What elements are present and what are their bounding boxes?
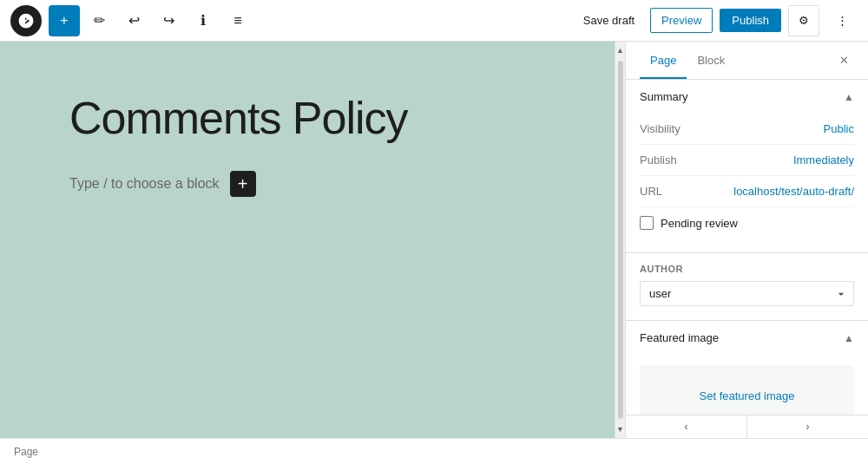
url-value[interactable]: localhost/test/auto-draft/ bbox=[733, 185, 854, 198]
wp-logo[interactable] bbox=[10, 5, 42, 36]
add-block-button[interactable]: + bbox=[49, 5, 80, 36]
save-draft-button[interactable]: Save draft bbox=[575, 9, 643, 32]
more-icon: ⋮ bbox=[837, 14, 848, 27]
preview-button[interactable]: Preview bbox=[650, 8, 713, 33]
canvas-scroll-down-button[interactable]: ▼ bbox=[615, 421, 626, 438]
author-select[interactable]: user bbox=[640, 281, 854, 306]
settings-button[interactable]: ⚙ bbox=[788, 5, 819, 36]
toolbar-right: Save draft Preview Publish ⚙ ⋮ bbox=[575, 5, 858, 36]
more-button[interactable]: ⋮ bbox=[826, 5, 858, 36]
post-title: Comments Policy bbox=[69, 94, 545, 143]
url-row: URL localhost/test/auto-draft/ bbox=[640, 176, 854, 207]
canvas-scrollbar: ▲ ▼ bbox=[615, 42, 625, 438]
plus-icon: + bbox=[60, 13, 68, 29]
editor-canvas[interactable]: Comments Policy Type / to choose a block… bbox=[0, 42, 615, 438]
undo-icon: ↩ bbox=[128, 12, 140, 29]
tab-block[interactable]: Block bbox=[687, 42, 735, 79]
info-icon: ℹ bbox=[201, 12, 206, 29]
list-icon: ≡ bbox=[233, 13, 241, 29]
toolbar-left: + ✏ ↩ ↪ ℹ ≡ bbox=[10, 5, 571, 36]
url-label: URL bbox=[640, 185, 662, 198]
visibility-value[interactable]: Public bbox=[824, 122, 854, 135]
inline-plus-icon: + bbox=[238, 174, 248, 194]
featured-image-title: Featured image bbox=[640, 331, 719, 344]
pending-review-label[interactable]: Pending review bbox=[661, 217, 738, 230]
visibility-label: Visibility bbox=[640, 122, 681, 135]
publish-row: Publish Immediately bbox=[640, 145, 854, 176]
tab-page[interactable]: Page bbox=[640, 42, 687, 79]
wp-logo-icon bbox=[17, 12, 35, 29]
list-view-button[interactable]: ≡ bbox=[222, 5, 253, 36]
canvas-scroll-up-button[interactable]: ▲ bbox=[615, 42, 626, 59]
bottom-bar-text: Page bbox=[14, 446, 38, 458]
main-area: Comments Policy Type / to choose a block… bbox=[0, 42, 868, 438]
redo-icon: ↪ bbox=[163, 12, 174, 29]
set-featured-image-button[interactable]: Set featured image bbox=[640, 365, 854, 415]
featured-image-body: Set featured image bbox=[626, 355, 868, 415]
edit-button[interactable]: ✏ bbox=[83, 5, 115, 36]
summary-toggle-icon: ▲ bbox=[844, 91, 854, 103]
toolbar: + ✏ ↩ ↪ ℹ ≡ Save draft Preview Publish ⚙… bbox=[0, 0, 868, 42]
pending-review-checkbox[interactable] bbox=[640, 216, 654, 230]
summary-title: Summary bbox=[640, 90, 688, 103]
pending-review-row: Pending review bbox=[640, 207, 854, 239]
visibility-row: Visibility Public bbox=[640, 114, 854, 145]
summary-section-header[interactable]: Summary ▲ bbox=[626, 80, 868, 114]
publish-value[interactable]: Immediately bbox=[793, 154, 854, 167]
sidebar-scroll-right-icon: › bbox=[806, 421, 810, 433]
sidebar-scroll-right-button[interactable]: › bbox=[747, 415, 868, 438]
sidebar-scroll-left-button[interactable]: ‹ bbox=[626, 415, 747, 438]
redo-button[interactable]: ↪ bbox=[153, 5, 184, 36]
close-sidebar-button[interactable]: ✕ bbox=[833, 50, 854, 71]
summary-section: Summary ▲ Visibility Public Publish Imme… bbox=[626, 80, 868, 253]
sidebar-content: Summary ▲ Visibility Public Publish Imme… bbox=[626, 80, 868, 415]
edit-icon: ✏ bbox=[94, 12, 105, 29]
sidebar-tabs-group: Page Block bbox=[640, 42, 735, 79]
publish-label: Publish bbox=[640, 154, 677, 167]
author-section: AUTHOR user bbox=[626, 253, 868, 321]
featured-image-section: Featured image ▲ Set featured image bbox=[626, 321, 868, 415]
close-icon: ✕ bbox=[839, 54, 849, 67]
undo-button[interactable]: ↩ bbox=[118, 5, 149, 36]
featured-image-header[interactable]: Featured image ▲ bbox=[626, 321, 868, 355]
featured-image-toggle-icon: ▲ bbox=[844, 332, 854, 344]
info-button[interactable]: ℹ bbox=[187, 5, 219, 36]
author-label: AUTHOR bbox=[640, 264, 854, 274]
sidebar-scroll-controls: ‹ › bbox=[626, 415, 868, 438]
bottom-bar: Page bbox=[0, 438, 868, 464]
publish-button[interactable]: Publish bbox=[720, 9, 781, 32]
summary-body: Visibility Public Publish Immediately UR… bbox=[626, 114, 868, 252]
gear-icon: ⚙ bbox=[799, 14, 809, 27]
placeholder-text: Type / to choose a block bbox=[69, 176, 220, 192]
sidebar-tabs: Page Block ✕ bbox=[626, 42, 868, 80]
sidebar: Page Block ✕ Summary ▲ Visibility Public bbox=[625, 42, 868, 438]
inline-add-block-button[interactable]: + bbox=[230, 171, 256, 197]
block-placeholder-area: Type / to choose a block + bbox=[69, 171, 545, 197]
sidebar-scroll-left-icon: ‹ bbox=[685, 421, 688, 433]
canvas-scroll-track bbox=[618, 61, 623, 419]
